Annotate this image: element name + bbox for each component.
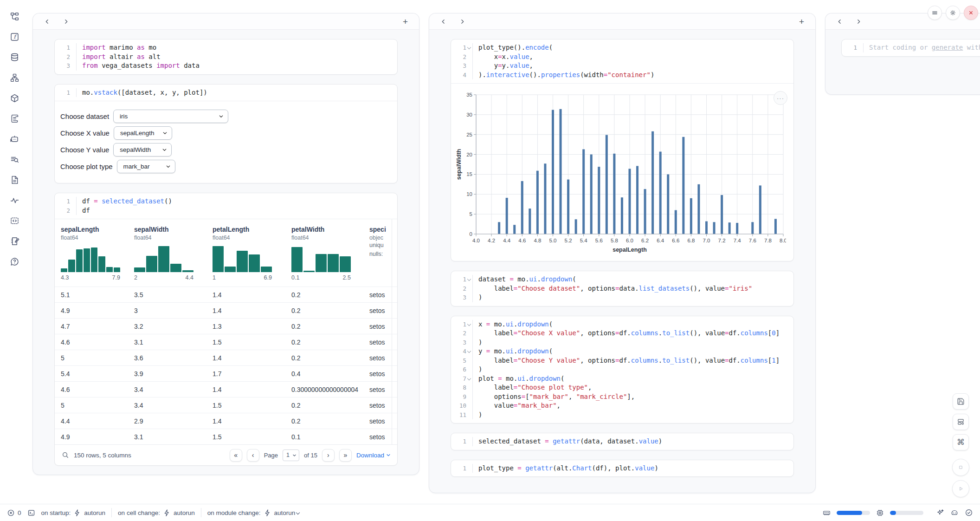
fold-chevron-icon[interactable] (466, 374, 472, 384)
on-module-change-config[interactable]: on module change: autorun (207, 509, 300, 517)
table-cell: 0.1 (291, 433, 369, 441)
on-startup-config[interactable]: on startup: autorun (41, 509, 106, 517)
dataset-select[interactable]: iris (113, 110, 228, 123)
chat-bot-icon (10, 134, 19, 144)
fold-chevron-icon[interactable] (466, 43, 472, 52)
sidebar-item-datasources[interactable] (8, 51, 21, 64)
column-header-sepalLength[interactable]: sepalLengthfloat644.37.9 (61, 226, 134, 281)
column-scroll-right-button[interactable] (63, 19, 69, 25)
close-column-button[interactable] (964, 6, 978, 20)
sidebar-item-tracing[interactable] (8, 194, 21, 207)
add-cell-button[interactable]: + (799, 17, 804, 26)
table-cell: setos (369, 386, 397, 393)
svg-text:4.2: 4.2 (488, 238, 495, 243)
sidebar-item-snippets-scroll[interactable] (8, 112, 21, 125)
column-scroll-right-button[interactable] (856, 19, 862, 25)
chart-actions-button[interactable]: ··· (774, 91, 787, 105)
sidebar-item-marimo-file[interactable]: f (8, 31, 21, 43)
df-code-editor[interactable]: 1df = selected_dataset()2df (55, 193, 397, 219)
sidebar-item-dependency-graph[interactable] (8, 72, 21, 84)
last-page-button[interactable]: » (339, 449, 352, 462)
sidebar-item-logs[interactable] (8, 153, 21, 166)
table-cell: 0.2 (291, 323, 369, 330)
controls-code-editor[interactable]: 1x = mo.ui.dropdown(2 label="Choose X va… (451, 316, 793, 423)
copilot-button[interactable] (950, 508, 959, 517)
command-palette-button[interactable]: ⌘ (953, 434, 969, 450)
sidebar-item-ai-chat[interactable] (8, 133, 21, 145)
sidebar-item-help[interactable] (8, 255, 21, 268)
column-header-sepalWidth[interactable]: sepalWidthfloat6424.4 (134, 226, 213, 281)
fold-chevron-icon[interactable] (466, 275, 472, 284)
code-line: 3from vega_datasets import data (55, 61, 397, 71)
table-row: 4.931.40.2setos (55, 302, 397, 318)
layout-button[interactable] (953, 414, 969, 430)
download-button[interactable]: Download (356, 452, 391, 459)
column-header-speci[interactable]: speciobjecuniqunulls: (369, 226, 397, 281)
ai-assistant-button[interactable] (936, 508, 944, 517)
generate-link[interactable]: generate (932, 44, 963, 51)
table-row: 53.41.50.2setos (55, 397, 397, 413)
table-cell: 0.2 (291, 354, 369, 362)
save-button[interactable] (953, 393, 969, 410)
svg-text:5.2: 5.2 (565, 238, 572, 243)
plot-type-select[interactable]: mark_bar (117, 160, 175, 173)
code-line: 2 x=x.value, (451, 52, 793, 62)
y-value-select[interactable]: sepalWidth (113, 143, 172, 156)
x-value-label: Choose X value (60, 129, 110, 137)
cell-dataset-dropdown: 1dataset = mo.ui.dropdown(2 label="Choos… (451, 271, 794, 306)
fold-chevron-icon[interactable] (466, 320, 472, 329)
on-cell-change-config[interactable]: on cell change: autorun (118, 509, 195, 517)
code-line: 1df = selected_dataset() (55, 197, 397, 206)
table-cell: 1.5 (213, 433, 291, 441)
column-header-petalWidth[interactable]: petalWidthfloat640.12.5 (291, 226, 369, 281)
sidebar-item-code-snippets[interactable] (8, 215, 21, 227)
terminal-button[interactable] (27, 509, 35, 517)
connection-status-button[interactable] (965, 508, 973, 517)
plot-code-editor[interactable]: 1plot_type().encode(2 x=x.value,3 y=y.va… (451, 39, 793, 83)
column-scroll-left-button[interactable] (837, 19, 843, 25)
code-line: 2df (55, 206, 397, 215)
search-icon[interactable] (62, 451, 69, 459)
table-cell: setos (369, 370, 397, 378)
run-button[interactable] (952, 480, 969, 497)
error-circle-icon (7, 509, 15, 517)
column-scroll-right-button[interactable] (459, 19, 465, 25)
plot-type-code-editor[interactable]: 1plot_type = getattr(alt.Chart(df), plot… (451, 460, 793, 477)
column-scroll-left-button[interactable] (44, 19, 50, 25)
page-select[interactable]: 1 (283, 449, 299, 461)
svg-text:4.0: 4.0 (472, 238, 480, 243)
code-line: 11) (451, 410, 793, 420)
empty-code-editor[interactable]: 1 Start coding or generate with (842, 39, 980, 56)
next-page-button[interactable]: › (322, 449, 335, 462)
code-line: 1dataset = mo.ui.dropdown( (451, 275, 793, 284)
table-cell: setos (369, 323, 397, 330)
error-indicator[interactable]: 0 (7, 509, 21, 517)
sidebar-item-documentation[interactable] (8, 174, 21, 186)
stop-button[interactable] (952, 459, 969, 476)
fold-chevron-icon[interactable] (466, 347, 472, 356)
marimo-file-icon: f (10, 32, 19, 42)
add-cell-button[interactable]: + (403, 17, 408, 26)
altair-chart[interactable]: 4.04.24.44.64.85.05.25.45.65.86.06.26.46… (455, 91, 791, 255)
imports-code-editor[interactable]: 1import marimo as mo2import altair as al… (55, 39, 397, 74)
stop-icon (957, 463, 965, 471)
column-scroll-left-button[interactable] (440, 19, 446, 25)
selected-dataset-code-editor[interactable]: 1selected_dataset = getattr(data, datase… (451, 433, 793, 450)
column-header-petalLength[interactable]: petalLengthfloat6416.9 (213, 226, 291, 281)
prev-page-button[interactable]: ‹ (247, 449, 259, 462)
save-icon (957, 397, 965, 405)
x-value-select[interactable]: sepalLength (114, 126, 172, 140)
lightning-icon (73, 509, 81, 517)
error-count: 0 (18, 509, 21, 516)
chevron-down-icon (162, 130, 168, 136)
sidebar-item-packages[interactable] (8, 92, 21, 104)
play-icon (957, 485, 965, 493)
notebook-menu-button[interactable] (928, 6, 942, 20)
vstack-code-editor[interactable]: 1mo.vstack([dataset, x, y, plot]) (55, 85, 397, 101)
cell-plot: 1plot_type().encode(2 x=x.value,3 y=y.va… (451, 39, 794, 261)
first-page-button[interactable]: « (230, 449, 242, 462)
dataset-code-editor[interactable]: 1dataset = mo.ui.dropdown(2 label="Choos… (451, 271, 793, 306)
sidebar-item-file-explorer[interactable] (8, 10, 21, 23)
settings-button[interactable] (946, 6, 960, 20)
sidebar-item-scratchpad[interactable] (8, 235, 21, 247)
